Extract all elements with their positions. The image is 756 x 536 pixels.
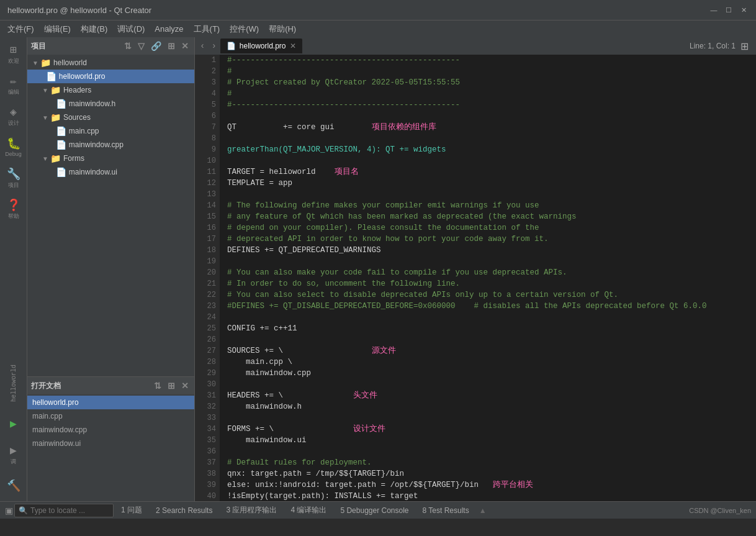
- tab-search-results[interactable]: 2 Search Results: [150, 503, 218, 518]
- tab-next-btn[interactable]: ›: [209, 41, 218, 51]
- search-bar[interactable]: 🔍: [14, 504, 114, 517]
- project-icon: 🔧: [7, 169, 20, 180]
- tree-item-helloworld[interactable]: ▼ 📁 helloworld: [27, 56, 194, 70]
- debug-run-label: 调: [11, 458, 16, 466]
- tab-test-results[interactable]: 8 Test Results: [416, 503, 475, 518]
- menu-edit[interactable]: 编辑(E): [39, 22, 76, 36]
- tab-prev-btn[interactable]: ‹: [197, 41, 207, 51]
- bottom-tabs: ▣ 🔍 1 问题 2 Search Results 3 应用程序输出 4 编译输…: [0, 501, 756, 519]
- sidebar-item-help[interactable]: ❓ 帮助: [1, 195, 26, 225]
- menu-tools[interactable]: 工具(T): [189, 22, 225, 36]
- editor-content[interactable]: 12345 678910 1112131415 1617181920 21222…: [195, 55, 756, 501]
- doc-label: main.cpp: [32, 412, 63, 420]
- project-tile-btn[interactable]: ⊞: [166, 40, 177, 52]
- sidebar-item-debug[interactable]: 🐛 Debug: [1, 133, 26, 163]
- project-filter-btn[interactable]: ▽: [136, 40, 146, 52]
- open-docs-add-btn[interactable]: ⊞: [166, 380, 177, 391]
- sidebar-item-edit[interactable]: ✏ 编辑: [1, 71, 26, 101]
- welcome-label: 欢迎: [8, 57, 19, 65]
- tree-label: mainwindow.ui: [69, 168, 117, 176]
- project-tree: ▼ 📁 helloworld 📄 helloworld.pro ▼ 📁 Head…: [27, 55, 194, 376]
- tree-arrow: [52, 128, 54, 135]
- tree-item-forms[interactable]: ▼ 📁 Forms: [27, 152, 194, 165]
- menu-analyze[interactable]: Analyze: [150, 23, 188, 35]
- project-sync-btn[interactable]: ⇅: [122, 40, 133, 52]
- open-docs-panel: 打开文档 ⇅ ⊞ ✕ helloworld.pro main.cpp mainw…: [27, 377, 194, 501]
- open-docs-sync-btn[interactable]: ⇅: [152, 380, 163, 391]
- panel-toggle-btn[interactable]: ▣: [5, 506, 13, 516]
- project-close-btn[interactable]: ✕: [179, 40, 191, 52]
- tab-debugger-console[interactable]: 5 Debugger Console: [334, 503, 415, 518]
- sidebar-item-design[interactable]: ◈ 设计: [1, 102, 26, 132]
- editor-tab-helloworld-pro[interactable]: 📄 helloworld.pro ✕: [220, 39, 302, 53]
- doc-item-main-cpp[interactable]: main.cpp: [27, 409, 194, 423]
- welcome-icon: ⊞: [10, 45, 17, 56]
- tree-item-headers[interactable]: ▼ 📁 Headers: [27, 83, 194, 97]
- right-section: ‹ › 📄 helloworld.pro ✕ Line: 1, Col: 1 ⊞…: [195, 37, 756, 501]
- doc-item-mainwindow-cpp[interactable]: mainwindow.cpp: [27, 423, 194, 437]
- doc-item-mainwindow-ui[interactable]: mainwindow.ui: [27, 437, 194, 450]
- open-docs-title: 打开文档: [31, 381, 61, 391]
- help-icon: ❓: [7, 200, 20, 211]
- sidebar-item-welcome[interactable]: ⊞ 欢迎: [1, 40, 26, 70]
- tab-build-output[interactable]: 4 编译输出: [284, 503, 333, 518]
- sidebar-item-build[interactable]: 🔨: [1, 471, 26, 501]
- project-link-btn[interactable]: 🔗: [149, 40, 163, 52]
- tree-label: Forms: [63, 154, 84, 163]
- edit-icon: ✏: [10, 76, 17, 87]
- sidebar-item-project[interactable]: 🔧 项目: [1, 164, 26, 194]
- project-header-controls: ⇅ ▽ 🔗 ⊞ ✕: [122, 40, 191, 52]
- search-input[interactable]: [30, 506, 105, 515]
- design-icon: ◈: [10, 107, 17, 118]
- doc-item-helloworld-pro[interactable]: helloworld.pro: [27, 396, 194, 409]
- doc-label: helloworld.pro: [32, 398, 79, 407]
- panel-split-btn[interactable]: ⊞: [740, 40, 749, 52]
- tab-close-btn[interactable]: ✕: [290, 42, 296, 50]
- tab-app-output[interactable]: 3 应用程序输出: [220, 503, 283, 518]
- tree-label: mainwindow.h: [69, 99, 115, 108]
- tree-item-sources[interactable]: ▼ 📁 Sources: [27, 111, 194, 124]
- project-label: 项目: [8, 181, 19, 189]
- tree-item-main-cpp[interactable]: 📄 main.cpp: [27, 124, 194, 138]
- sidebar-item-debug-run[interactable]: ▶ 调: [1, 440, 26, 470]
- tree-item-mainwindow-h[interactable]: 📄 mainwindow.h: [27, 97, 194, 111]
- run-icon: ▶: [10, 419, 17, 430]
- close-button[interactable]: ✕: [739, 5, 749, 15]
- code-text[interactable]: #---------------------------------------…: [220, 55, 756, 501]
- tree-label: mainwindow.cpp: [69, 140, 124, 149]
- doc-label: mainwindow.cpp: [32, 425, 87, 434]
- tree-item-mainwindow-cpp[interactable]: 📄 mainwindow.cpp: [27, 138, 194, 152]
- folder-icon: 📁: [50, 112, 61, 122]
- code-view[interactable]: 12345 678910 1112131415 1617181920 21222…: [195, 55, 756, 501]
- tree-arrow: [52, 142, 54, 148]
- file-icon: 📄: [46, 71, 56, 81]
- status-right-label: CSDN @Cliven_ken: [689, 507, 751, 514]
- line-col-info: Line: 1, Col: 1 ⊞: [690, 40, 754, 52]
- menu-help[interactable]: 帮助(H): [264, 22, 301, 36]
- tab-label: helloworld.pro: [240, 42, 286, 50]
- minimize-button[interactable]: —: [709, 5, 719, 15]
- line-col-text: Line: 1, Col: 1: [690, 42, 736, 50]
- tab-problems[interactable]: 1 问题: [115, 503, 148, 518]
- menu-controls[interactable]: 控件(W): [225, 22, 264, 36]
- folder-icon: 📁: [50, 85, 61, 95]
- tree-item-helloworld-pro[interactable]: 📄 helloworld.pro: [27, 70, 194, 83]
- editor-tabbar: ‹ › 📄 helloworld.pro ✕ Line: 1, Col: 1 ⊞: [195, 37, 756, 55]
- menu-debug[interactable]: 调试(D): [112, 22, 150, 36]
- file-icon: 📄: [56, 167, 66, 177]
- open-docs-controls: ⇅ ⊞ ✕: [152, 380, 191, 391]
- project-panel: 项目 ⇅ ▽ 🔗 ⊞ ✕ ▼ 📁 helloworld: [27, 37, 194, 377]
- tree-label: Headers: [63, 86, 91, 94]
- menubar: 文件(F) 编辑(E) 构建(B) 调试(D) Analyze 工具(T) 控件…: [0, 20, 756, 37]
- project-header: 项目 ⇅ ▽ 🔗 ⊞ ✕: [27, 37, 194, 55]
- open-docs-close-btn[interactable]: ✕: [179, 380, 191, 391]
- menu-build[interactable]: 构建(B): [76, 22, 112, 36]
- maximize-button[interactable]: ☐: [724, 5, 734, 15]
- menu-file[interactable]: 文件(F): [2, 22, 39, 36]
- sidebar-item-run[interactable]: ▶: [1, 409, 26, 439]
- tree-arrow: ▼: [42, 155, 48, 162]
- tree-item-mainwindow-ui[interactable]: 📄 mainwindow.ui: [27, 165, 194, 179]
- panel-left: 项目 ⇅ ▽ 🔗 ⊞ ✕ ▼ 📁 helloworld: [27, 37, 195, 501]
- build-icon: 🔨: [7, 481, 20, 492]
- test-results-arrow[interactable]: ▲: [477, 506, 489, 515]
